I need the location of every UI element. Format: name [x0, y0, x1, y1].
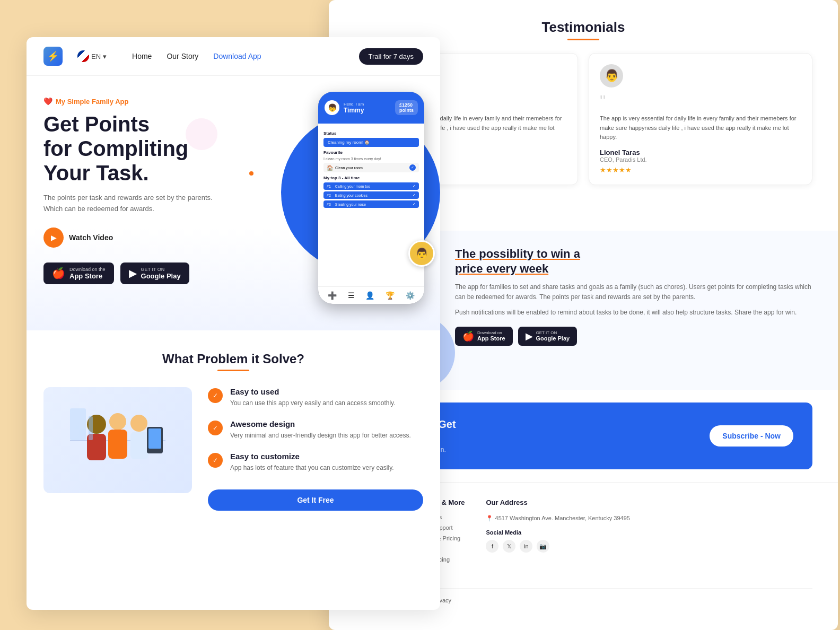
feature-item-1: ✓ Awesome design Very minimal and user-f… [208, 419, 423, 440]
top3-row-1: #1 Calling your mom too ✓ [323, 182, 419, 190]
phone-screen: 👦 Hello, I am Timmy £1250 points [318, 92, 424, 304]
twitter-icon[interactable]: 𝕏 [503, 540, 515, 553]
nav-download[interactable]: Download App [213, 52, 261, 60]
hero-description: The points per task and rewards are set … [43, 192, 213, 215]
svg-rect-7 [70, 408, 86, 440]
nav-story[interactable]: Our Story [167, 52, 198, 60]
social-icons: f 𝕏 in 📷 [486, 540, 629, 553]
outer-background: ⚡ EN ▾ Home Our Story Download App Trail… [0, 0, 840, 630]
flag-icon [77, 50, 89, 62]
feature-item-2: ✓ Easy to customize App has lots of feat… [208, 452, 423, 472]
language-selector[interactable]: EN ▾ [77, 50, 107, 62]
deco-orange-dot [249, 171, 253, 176]
apple-icon-right: 🍎 [462, 330, 474, 342]
subscribe-button[interactable]: Subscribe - Now [710, 425, 793, 447]
problem-illustration [43, 387, 192, 493]
hero-section: ❤️ My Simple Family App Get Points for C… [27, 76, 440, 330]
instagram-icon[interactable]: 📷 [537, 540, 549, 553]
get-started-button[interactable]: Get It Free [208, 489, 423, 511]
phone-mockup: 👦 Hello, I am Timmy £1250 points [297, 86, 440, 309]
nav-icon-menu[interactable]: ☰ [348, 291, 355, 300]
trial-button[interactable]: Trail for 7 days [359, 48, 424, 65]
watch-label[interactable]: Watch Video [69, 233, 113, 242]
title-underline-accent [567, 39, 599, 40]
points-badge: £1250 points [395, 100, 418, 115]
store-buttons-right: 🍎 Download on App Store ▶ GET IT ON Goog… [455, 327, 812, 346]
left-panel: ⚡ EN ▾ Home Our Story Download App Trail… [27, 37, 440, 610]
play-button[interactable]: ▶ [43, 228, 64, 248]
svg-rect-8 [89, 416, 93, 440]
location-icon: 📍 [486, 515, 493, 521]
status-item: Cleaning my room! 🏠 [323, 138, 419, 147]
logo[interactable]: ⚡ [43, 47, 63, 66]
feature-right-desc2: Push notifications will be enabled to re… [455, 308, 812, 318]
heart-icon: ❤️ [43, 97, 52, 106]
top3-row-2: #2 Eating your cookies ✓ [323, 191, 419, 199]
feature-icon-1: ✓ [208, 421, 223, 435]
phone-header: 👦 Hello, I am Timmy £1250 points [318, 92, 424, 124]
googleplay-button[interactable]: ▶ GET IT ON Google Play [120, 262, 189, 284]
phone-avatar: 👦 [325, 100, 339, 115]
feature-item-0: ✓ Easy to used You can use this app very… [208, 387, 423, 408]
user-avatar-circle: 👨 [408, 240, 435, 267]
deco-pink-dot [186, 118, 217, 150]
features-list: ✓ Easy to used You can use this app very… [208, 387, 423, 511]
top3-row-3: #3 Stealing your nose ✓ [323, 200, 419, 208]
nav-icon-person[interactable]: 👤 [365, 291, 374, 300]
svg-rect-6 [130, 432, 148, 459]
feature-icon-0: ✓ [208, 388, 223, 403]
problem-content: ✓ Easy to used You can use this app very… [43, 387, 423, 511]
svg-rect-10 [148, 428, 161, 449]
feature-right-title: The possiblity to win a price every week [455, 247, 812, 277]
nav-links: Home Our Story Download App [132, 52, 344, 60]
nav-icon-add[interactable]: ➕ [328, 291, 337, 300]
svg-point-3 [109, 413, 126, 430]
test-avatar-1: 👨 [600, 64, 623, 88]
footer-address: 📍 4517 Washington Ave. Manchester, Kentu… [486, 514, 629, 523]
testimonials-title: Testimonials [354, 19, 812, 36]
stars-1: ★★★★★ [600, 166, 801, 174]
phone-nav: ➕ ☰ 👤 🏆 ⚙️ [318, 286, 424, 304]
nav-home[interactable]: Home [132, 52, 152, 60]
footer-col-2: Our Address 📍 4517 Washington Ave. Manch… [486, 498, 629, 578]
appstore-btn-right[interactable]: 🍎 Download on App Store [455, 327, 513, 346]
googleplay-btn-right[interactable]: ▶ GET IT ON Google Play [518, 327, 578, 346]
linkedin-icon[interactable]: in [520, 540, 532, 553]
apple-icon: 🍎 [52, 267, 65, 279]
problem-section: What Problem it Solve? [27, 330, 440, 532]
phone-body: Status Cleaning my room! 🏠 Favourite I c… [318, 124, 424, 214]
play-icon-right: ▶ [526, 330, 533, 342]
svg-point-5 [130, 415, 147, 432]
google-play-icon: ▶ [129, 267, 137, 279]
navbar: ⚡ EN ▾ Home Our Story Download App Trail… [27, 37, 440, 76]
appstore-button[interactable]: 🍎 Download on the App Store [43, 262, 114, 284]
svg-rect-4 [108, 430, 127, 459]
facebook-icon[interactable]: f [486, 540, 498, 553]
feature-content-right: The possiblity to win a price every week… [455, 247, 812, 374]
task-icon: 🏠 [327, 165, 333, 171]
nav-icon-award[interactable]: 🏆 [386, 291, 395, 300]
fav-task-row: 🏠 Clean your room ✓ [323, 163, 419, 172]
nav-icon-settings[interactable]: ⚙️ [406, 291, 415, 300]
title-underline [217, 370, 249, 371]
phone-frame: 👦 Hello, I am Timmy £1250 points [318, 92, 424, 304]
problem-title: What Problem it Solve? [43, 352, 423, 366]
testimonial-card-1: 👨 " The app is very essential for daily … [589, 53, 812, 185]
feature-right-desc1: The app for families to set and share ta… [455, 282, 812, 302]
feature-icon-2: ✓ [208, 453, 223, 468]
